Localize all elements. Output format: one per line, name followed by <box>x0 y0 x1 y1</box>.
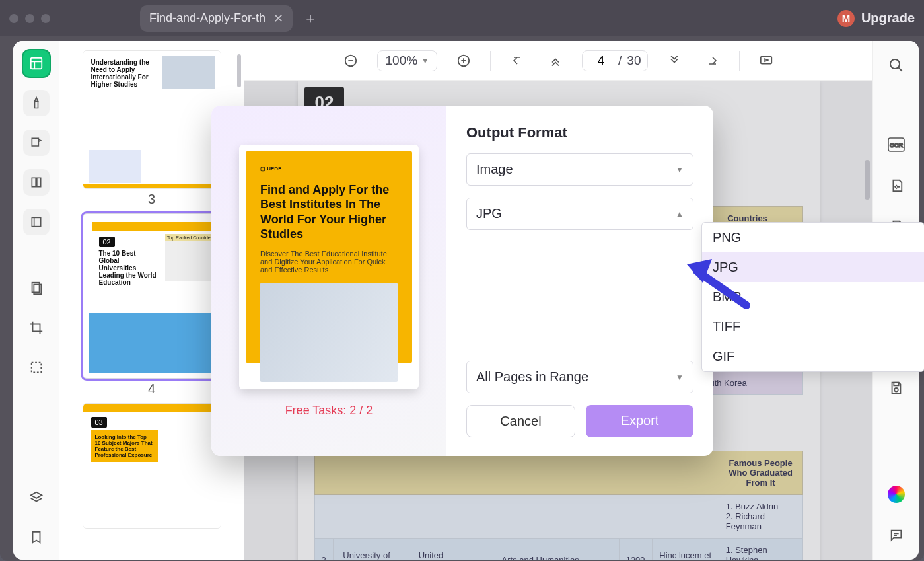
svg-rect-6 <box>31 363 41 373</box>
document-tab[interactable]: Find-and-Apply-For-th ✕ <box>140 5 293 32</box>
crop-tool-icon[interactable] <box>23 315 50 341</box>
ocr-icon[interactable]: OCR <box>885 133 907 156</box>
annotate-tool-icon[interactable] <box>23 130 50 156</box>
top-toolbar: 100%▼ / 30 <box>244 41 872 81</box>
option-gif[interactable]: GIF <box>702 342 924 371</box>
maximize-window-icon[interactable] <box>41 14 50 23</box>
page-range-select[interactable]: All Pages in Range▼ <box>466 361 693 393</box>
cancel-button[interactable]: Cancel <box>466 405 575 437</box>
svg-point-10 <box>890 59 900 69</box>
convert-icon[interactable] <box>885 174 907 197</box>
upgrade-button[interactable]: M Upgrade <box>837 10 915 27</box>
save-icon[interactable] <box>885 377 907 399</box>
option-png[interactable]: PNG <box>702 223 924 252</box>
new-tab-button[interactable]: ＋ <box>303 9 318 28</box>
export-modal: ▢ UPDF Find and Apply For the Best Insti… <box>211 106 713 456</box>
search-icon[interactable] <box>885 54 907 77</box>
output-format-title: Output Format <box>466 124 693 141</box>
export-preview: ▢ UPDF Find and Apply For the Best Insti… <box>239 145 419 389</box>
page-current-input[interactable] <box>589 54 613 68</box>
svg-rect-3 <box>32 217 40 226</box>
svg-rect-15 <box>894 383 898 386</box>
next-page-button[interactable] <box>662 49 686 73</box>
thumbnails-panel-icon[interactable] <box>23 50 50 77</box>
thumb-page-3-num: 3 <box>67 192 236 207</box>
svg-rect-1 <box>32 178 36 186</box>
option-bmp[interactable]: BMP <box>702 282 924 312</box>
bookmark-icon[interactable] <box>23 524 50 550</box>
reading-tool-icon[interactable] <box>23 169 50 196</box>
highlight-tool-icon[interactable] <box>23 90 50 116</box>
page-total: 30 <box>627 54 641 68</box>
export-button[interactable]: Export <box>586 405 693 437</box>
left-sidebar <box>13 41 59 560</box>
upgrade-label: Upgrade <box>861 11 915 26</box>
thumb-scrollbar[interactable] <box>237 54 241 87</box>
minimize-window-icon[interactable] <box>25 14 34 23</box>
pages-tool-icon[interactable] <box>23 275 50 301</box>
close-window-icon[interactable] <box>9 14 18 23</box>
image-type-dropdown: PNG JPG BMP TIFF GIF <box>701 222 924 372</box>
first-page-button[interactable] <box>505 49 529 73</box>
option-jpg[interactable]: JPG <box>702 252 924 282</box>
page-indicator[interactable]: / 30 <box>582 50 648 71</box>
option-tiff[interactable]: TIFF <box>702 312 924 342</box>
layers-icon[interactable] <box>23 484 50 511</box>
ai-flower-icon[interactable] <box>885 483 907 505</box>
thumb-page-3[interactable]: Understanding the Need to Apply Internat… <box>83 50 221 189</box>
zoom-in-button[interactable] <box>452 49 476 73</box>
svg-rect-2 <box>36 178 40 186</box>
tab-title: Find-and-Apply-For-th <box>149 11 266 25</box>
comment-icon[interactable] <box>885 524 907 546</box>
svg-rect-0 <box>30 58 42 69</box>
avatar: M <box>837 10 855 27</box>
svg-point-16 <box>894 388 898 392</box>
thumb-page-4-num: 4 <box>67 381 236 396</box>
svg-text:OCR: OCR <box>890 142 904 149</box>
zoom-out-button[interactable] <box>339 49 363 73</box>
thumb-page-4[interactable]: 02 The 10 Best Global Universities Leadi… <box>83 213 221 379</box>
titlebar: Find-and-Apply-For-th ✕ ＋ M Upgrade <box>0 0 924 36</box>
free-tasks-label: Free Tasks: 2 / 2 <box>285 404 373 418</box>
thumb-page-5[interactable]: 03 Looking Into the Top 10 Subject Major… <box>83 403 221 529</box>
svg-rect-9 <box>761 56 772 63</box>
form-tool-icon[interactable] <box>23 209 50 235</box>
zoom-level-select[interactable]: 100%▼ <box>377 50 438 71</box>
window-controls <box>9 14 50 23</box>
prev-page-button[interactable] <box>544 49 567 73</box>
close-tab-icon[interactable]: ✕ <box>273 11 283 26</box>
image-type-select[interactable]: JPG▲ <box>466 198 693 230</box>
last-page-button[interactable] <box>701 49 725 73</box>
format-select[interactable]: Image▼ <box>466 153 693 186</box>
watermark-tool-icon[interactable] <box>23 354 50 381</box>
presentation-button[interactable] <box>754 49 778 73</box>
